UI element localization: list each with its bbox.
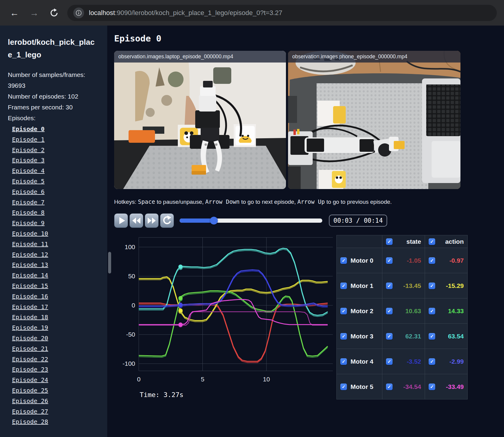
time-display: 00:03 / 00:14 [329,215,387,227]
checkbox[interactable]: ✓ [386,257,393,264]
play-icon [114,214,128,228]
stat-fps: Frames per second: 30 [8,102,99,113]
action-value: 14.33 [448,307,464,315]
checkbox[interactable]: ✓ [386,308,393,314]
checkbox[interactable]: ✓ [340,257,347,264]
episode-link[interactable]: Episode 27 [12,408,48,415]
episode-list-item: Episode 2 [12,145,101,156]
checkbox[interactable]: ✓ [340,384,347,390]
episode-link[interactable]: Episode 6 [12,188,44,195]
state-column-checkbox[interactable]: ✓ [386,238,393,245]
checkbox[interactable]: ✓ [386,358,393,365]
video-laptop[interactable]: observation.images.laptop_episode_000000… [114,51,286,189]
hotkeys-help: Hotkeys: Space to pause/unpause, Arrow D… [114,198,504,205]
motor-state-cell: ✓-13.45 [382,273,425,298]
checkbox[interactable]: ✓ [386,283,393,289]
episode-link[interactable]: Episode 21 [12,345,48,352]
episode-link[interactable]: Episode 7 [12,199,44,206]
episode-link[interactable]: Episode 19 [12,324,48,331]
dataset-title: lerobot/koch_pick_place_1_lego [8,36,97,61]
episode-link[interactable]: Episode 8 [12,209,44,216]
episode-link[interactable]: Episode 0 [12,125,44,133]
episode-list: Episode 0Episode 1Episode 2Episode 3Epis… [8,124,101,427]
episode-list-item: Episode 12 [12,250,101,260]
episode-link[interactable]: Episode 10 [12,230,48,237]
time-readout: Time: 3.27s [140,391,334,399]
checkbox[interactable]: ✓ [340,308,347,314]
episode-link[interactable]: Episode 5 [12,178,44,185]
checkbox[interactable]: ✓ [429,283,435,289]
checkbox[interactable]: ✓ [340,283,347,289]
stat-samples: Number of samples/frames: 39693 [8,69,99,91]
hotkeys-prefix: Hotkeys: [114,199,138,205]
seek-slider[interactable] [180,217,322,225]
scrollbar-thumb[interactable] [108,252,111,274]
checkbox[interactable]: ✓ [429,384,435,390]
episode-link[interactable]: Episode 23 [12,366,48,373]
hotkey-space: Space [138,198,155,205]
svg-text:0: 0 [132,302,135,309]
rewind-button[interactable] [129,213,143,228]
loop-button[interactable] [160,213,174,228]
bottom-section: 0510100500-50-100 Time: 3.27s ✓ state [114,235,504,399]
episode-link[interactable]: Episode 2 [12,146,44,154]
checkbox[interactable]: ✓ [429,308,435,314]
video-phone[interactable]: observation.images.phone_episode_000000.… [288,51,460,189]
episode-link[interactable]: Episode 17 [12,303,48,310]
page-info-icon[interactable] [73,8,84,18]
browser-chrome: ← → localhost:9090/lerobot/koch_pick_pla… [0,0,504,26]
episode-link[interactable]: Episode 11 [12,240,48,248]
seek-thumb[interactable] [210,217,218,225]
episode-link[interactable]: Episode 12 [12,251,48,258]
episode-link[interactable]: Episode 14 [12,272,48,279]
header-empty-cell [337,235,382,248]
header-state-cell: ✓ state [382,235,425,248]
play-button[interactable] [114,213,128,228]
motor-name-cell: ✓Motor 3 [337,324,382,349]
motor-state-cell: ✓-34.54 [382,374,425,399]
episode-link[interactable]: Episode 28 [12,418,48,425]
episode-link[interactable]: Episode 26 [12,397,48,405]
player-controls: 00:03 / 00:14 [114,213,504,228]
forward-arrow-icon[interactable]: → [28,6,41,20]
action-column-checkbox[interactable]: ✓ [429,238,435,245]
checkbox[interactable]: ✓ [386,384,393,390]
fast-forward-button[interactable] [145,213,159,228]
episode-list-item: Episode 6 [12,187,101,197]
episode-list-item: Episode 0 [12,124,101,135]
episode-link[interactable]: Episode 15 [12,282,48,289]
episode-link[interactable]: Episode 13 [12,261,48,268]
checkbox[interactable]: ✓ [340,333,347,340]
episode-link[interactable]: Episode 25 [12,387,48,394]
hotkeys-text2: to go to next episode, [240,199,297,205]
episode-link[interactable]: Episode 3 [12,157,44,164]
checkbox[interactable]: ✓ [429,358,435,365]
motor-action-cell: ✓-15.29 [425,273,468,298]
episode-link[interactable]: Episode 9 [12,219,44,227]
motor-label: Motor 0 [351,257,373,264]
reload-icon[interactable] [47,6,61,20]
episode-link[interactable]: Episode 18 [12,313,48,321]
episode-link[interactable]: Episode 24 [12,376,48,384]
motor-action-cell: ✓-2.99 [425,349,468,374]
episode-link[interactable]: Episode 16 [12,293,48,300]
episode-link[interactable]: Episode 1 [12,136,44,143]
episode-link[interactable]: Episode 20 [12,335,48,342]
action-value: 63.54 [448,333,464,340]
episode-list-item: Episode 11 [12,239,101,250]
episode-list-item: Episode 17 [12,302,101,313]
url-host: localhost [89,9,115,17]
motors-chart[interactable]: 0510100500-50-100 [114,235,334,388]
table-header-row: ✓ state ✓ action [337,235,468,248]
checkbox[interactable]: ✓ [429,257,435,264]
checkbox[interactable]: ✓ [340,358,347,365]
checkbox[interactable]: ✓ [386,333,393,340]
episode-link[interactable]: Episode 22 [12,356,48,363]
hotkeys-text1: to pause/unpause, [155,199,205,205]
back-arrow-icon[interactable]: ← [8,6,21,20]
checkbox[interactable]: ✓ [429,333,435,340]
url-bar[interactable]: localhost:9090/lerobot/koch_pick_place_1… [67,5,497,21]
svg-text:100: 100 [125,243,135,250]
episode-link[interactable]: Episode 4 [12,167,44,174]
episode-list-item: Episode 25 [12,386,101,396]
